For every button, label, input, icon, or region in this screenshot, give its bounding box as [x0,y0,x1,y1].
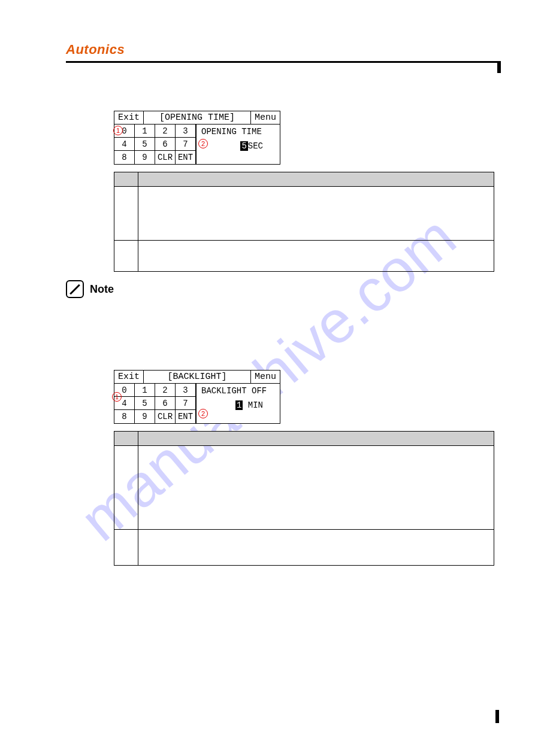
key-3[interactable]: 3 [176,125,196,138]
table-cell [114,446,138,530]
display-label: OPENING TIME [201,127,275,136]
keypad: 0 1 2 3 4 5 6 7 8 9 CLR ENT [114,384,196,423]
marker-circle-1: 1 [113,126,123,135]
key-8[interactable]: 8 [114,151,135,164]
value-unit: MIN [243,400,263,410]
key-9[interactable]: 9 [135,410,155,423]
table-cell [138,187,494,241]
note-label: Note [90,283,114,296]
table-header-num [114,172,138,187]
marker-circle-2: 2 [198,139,208,148]
marker-circle-2: 2 [198,409,208,418]
key-5[interactable]: 5 [135,397,155,410]
exit-button[interactable]: Exit [114,111,144,124]
key-1[interactable]: 1 [135,384,155,397]
key-7[interactable]: 7 [176,138,196,151]
display-value: 1 MIN [201,400,275,410]
key-ent[interactable]: ENT [176,410,196,423]
menu-button[interactable]: Menu [250,111,280,124]
display-value: 5SEC [201,141,275,151]
key-7[interactable]: 7 [176,397,196,410]
table-cell [114,241,138,272]
lcd-panel-opening-time: Exit [OPENING TIME] Menu 0 1 2 3 4 5 6 7… [114,111,280,165]
table-header-num [114,432,138,446]
content-table-2 [114,431,494,566]
exit-button[interactable]: Exit [114,371,144,383]
keypad: 0 1 2 3 4 5 6 7 8 9 CLR ENT [114,125,196,164]
key-2[interactable]: 2 [155,125,176,138]
pencil-icon [69,284,80,294]
table-cell [138,241,494,272]
table-cell [114,187,138,241]
lcd-title: [OPENING TIME] [144,111,250,124]
display-label: BACKLIGHT OFF [201,386,275,396]
key-clr[interactable]: CLR [155,151,176,164]
table-cell [138,530,494,566]
brand-logo: Autonics [66,42,493,57]
note-icon [66,280,84,298]
table-cell [138,446,494,530]
value-number: 5 [240,141,247,151]
key-4[interactable]: 4 [114,138,135,151]
display-area: BACKLIGHT OFF 1 MIN [196,384,280,423]
key-clr[interactable]: CLR [155,410,176,423]
lcd-panel-backlight: Exit [BACKLIGHT] Menu 0 1 2 3 4 5 6 7 8 … [114,370,280,424]
key-2[interactable]: 2 [155,384,176,397]
table-header-desc [138,432,494,446]
page-corner-mark [495,710,499,723]
lcd-title: [BACKLIGHT] [144,371,250,383]
key-1[interactable]: 1 [135,125,155,138]
menu-button[interactable]: Menu [250,371,280,383]
table-cell [114,530,138,566]
key-8[interactable]: 8 [114,410,135,423]
content-table-1 [114,172,494,272]
key-3[interactable]: 3 [176,384,196,397]
marker-circle-1: 1 [112,392,122,402]
table-header-desc [138,172,494,187]
display-area: OPENING TIME 5SEC [196,125,280,164]
key-9[interactable]: 9 [135,151,155,164]
key-ent[interactable]: ENT [176,151,196,164]
key-6[interactable]: 6 [155,397,176,410]
key-5[interactable]: 5 [135,138,155,151]
value-unit: SEC [248,141,263,151]
header-rule [66,61,497,63]
value-number: 1 [235,400,243,410]
note-row: Note [66,280,493,298]
key-6[interactable]: 6 [155,138,176,151]
